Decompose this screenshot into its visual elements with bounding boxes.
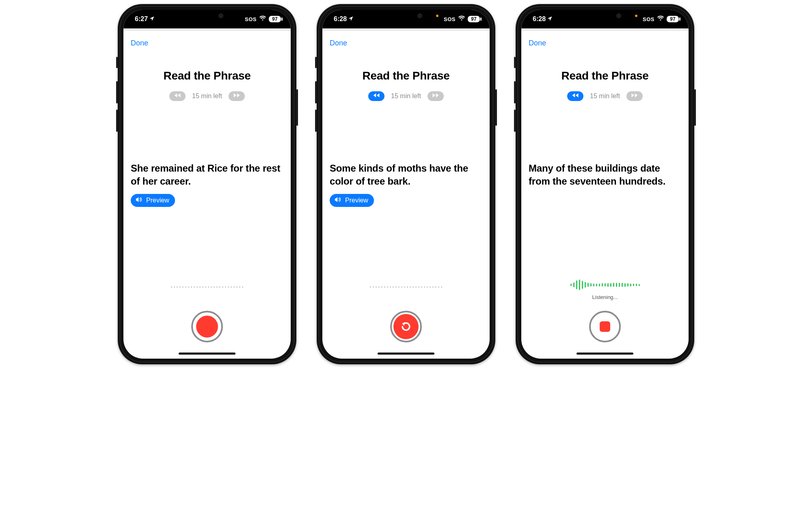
page-title: Read the Phrase [131, 69, 283, 82]
privacy-indicator-dot [436, 15, 438, 17]
battery-indicator: 97 [468, 16, 480, 22]
stop-icon [600, 321, 610, 332]
wifi-icon [259, 15, 266, 23]
stop-record-button[interactable] [589, 311, 621, 342]
status-sos: SOS [245, 16, 257, 22]
speaker-icon [136, 196, 143, 204]
page-title: Read the Phrase [330, 69, 482, 82]
pager: 15 min left [330, 91, 482, 101]
done-button[interactable]: Done [330, 39, 347, 47]
next-phrase-button[interactable] [428, 91, 444, 101]
record-button[interactable] [191, 311, 223, 342]
status-time: 6:28 [334, 15, 347, 23]
time-remaining: 15 min left [590, 92, 620, 100]
prev-phrase-button[interactable] [169, 91, 186, 101]
pager: 15 min left [529, 91, 681, 101]
home-indicator[interactable] [378, 353, 434, 355]
battery-indicator: 97 [667, 16, 679, 22]
retry-record-button[interactable] [390, 311, 422, 342]
page-title: Read the Phrase [529, 69, 681, 82]
notch [376, 10, 436, 22]
location-icon [547, 15, 552, 23]
next-phrase-button[interactable] [626, 91, 643, 101]
done-button[interactable]: Done [529, 39, 546, 47]
listening-label: Listening... [592, 294, 618, 300]
prev-phrase-button[interactable] [368, 91, 384, 101]
location-icon [348, 15, 353, 23]
rewind-icon [372, 92, 380, 100]
notch [574, 10, 635, 22]
preview-label: Preview [146, 197, 169, 204]
phrase-text: Some kinds of moths have the color of tr… [330, 162, 482, 188]
home-indicator[interactable] [577, 353, 633, 355]
wifi-icon [458, 15, 465, 23]
time-remaining: 15 min left [192, 92, 222, 100]
rewind-icon [571, 92, 579, 100]
wifi-icon [657, 15, 664, 23]
privacy-indicator-dot [635, 15, 637, 17]
record-icon [196, 316, 218, 338]
status-time: 6:28 [533, 15, 546, 23]
location-icon [149, 15, 154, 23]
forward-icon [432, 92, 440, 100]
phone-3: 6:28SOS97DoneRead the Phrase15 min leftM… [516, 4, 694, 364]
waveform-live [570, 280, 640, 290]
status-time: 6:27 [135, 15, 148, 23]
status-sos: SOS [643, 16, 654, 22]
phone-2: 6:28SOS97DoneRead the Phrase15 min leftS… [317, 4, 495, 364]
preview-button[interactable]: Preview [131, 194, 175, 207]
rewind-icon [173, 92, 181, 100]
forward-icon [631, 92, 639, 100]
home-indicator[interactable] [179, 353, 235, 355]
phrase-text: Many of these buildings date from the se… [529, 162, 681, 188]
sheet-grabber [521, 28, 689, 35]
sheet-grabber [322, 28, 490, 35]
forward-icon [233, 92, 241, 100]
waveform-idle [370, 282, 442, 292]
time-remaining: 15 min left [391, 92, 421, 100]
done-button[interactable]: Done [131, 39, 148, 47]
prev-phrase-button[interactable] [567, 91, 583, 101]
next-phrase-button[interactable] [229, 91, 245, 101]
waveform-idle [171, 282, 243, 292]
sheet-grabber [123, 28, 291, 35]
phrase-text: She remained at Rice for the rest of her… [131, 162, 283, 188]
pager: 15 min left [131, 91, 283, 101]
status-sos: SOS [444, 16, 456, 22]
speaker-icon [335, 196, 342, 204]
preview-label: Preview [345, 197, 368, 204]
preview-button[interactable]: Preview [330, 194, 374, 207]
phone-1: 6:27SOS97DoneRead the Phrase15 min leftS… [118, 4, 296, 364]
retry-icon [393, 314, 419, 339]
notch [177, 10, 238, 22]
battery-indicator: 97 [269, 16, 281, 22]
